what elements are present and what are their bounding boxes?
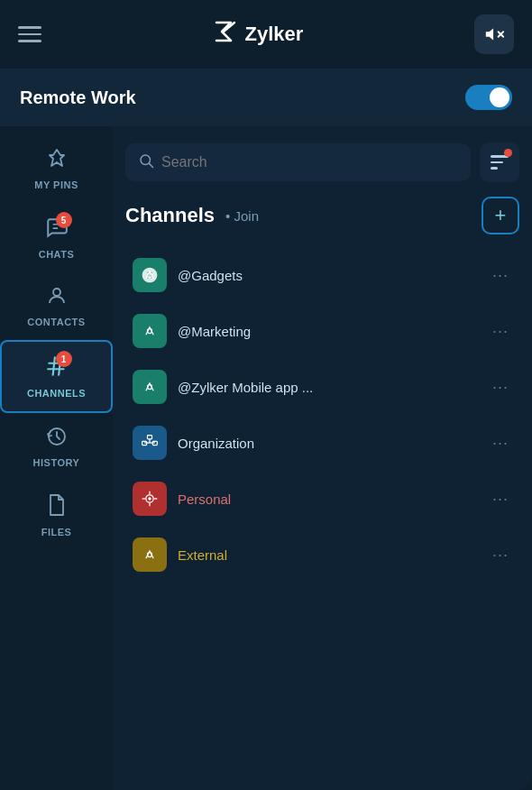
channel-avatar-organization [133,426,167,460]
channel-name-zylker-mobile: @Zylker Mobile app ... [178,380,478,395]
sidebar-item-channels[interactable]: 1 CHANNELS [0,340,113,413]
channel-name-external: External [178,547,478,563]
filter-lines-icon [491,155,509,170]
channel-name-marketing: @Marketing [178,324,478,339]
main-body: MY PINS 5 CHATS CONTACTS [0,126,532,790]
logo-icon [213,19,238,50]
sidebar-item-label-history: HISTORY [33,457,80,468]
sidebar-item-my-pins[interactable]: MY PINS [0,135,113,203]
history-icon [46,426,68,453]
sidebar-item-label-my-pins: MY PINS [34,179,78,190]
add-channel-button[interactable]: + [482,197,519,234]
channel-avatar-personal [133,482,167,516]
pin-icon [46,148,68,175]
search-row [125,142,519,182]
channel-more-external[interactable]: ··· [489,542,512,568]
channel-name-personal: Personal [178,491,478,507]
search-bar [125,143,471,181]
svg-line-5 [52,357,54,375]
channel-item-organization[interactable]: Organization ··· [125,417,519,469]
remote-work-banner: Remote Work [0,69,532,126]
join-link[interactable]: Join [225,208,259,224]
channel-more-personal[interactable]: ··· [489,486,512,512]
channel-list: @Gadgets ··· @Marketing ··· @Zylker Mobi… [125,249,519,581]
svg-rect-15 [148,436,152,439]
logo-area: Zylker [213,19,304,50]
channel-more-marketing[interactable]: ··· [489,318,512,344]
mute-button[interactable] [474,14,514,54]
channels-title-group: Channels Join [125,204,259,227]
hash-icon: 1 [45,354,69,383]
channel-item-gadgets[interactable]: @Gadgets ··· [125,249,519,301]
sidebar-item-label-contacts: CONTACTS [27,317,85,327]
toggle-thumb [490,87,509,107]
remote-work-title: Remote Work [20,87,136,108]
toggle-track [465,85,512,110]
channel-avatar-marketing [133,314,167,348]
channel-item-zylker-mobile[interactable]: @Zylker Mobile app ... ··· [125,361,519,413]
channel-item-external[interactable]: External ··· [125,528,519,581]
chats-badge: 5 [56,212,72,228]
channel-avatar-external [133,537,167,572]
channel-avatar-zylker-mobile [133,370,167,404]
channel-more-gadgets[interactable]: ··· [489,262,512,289]
channel-name-organization: Organization [178,436,478,451]
search-icon [138,152,154,172]
sidebar-item-files[interactable]: FILES [0,481,113,550]
top-header: Zylker [0,0,532,69]
filter-active-dot [504,149,512,157]
svg-point-4 [53,289,60,296]
sidebar-item-label-files: FILES [41,527,72,537]
sidebar-item-label-chats: CHATS [39,249,75,260]
content-area: Channels Join + @Gadgets ··· @Marketing [113,126,532,790]
remote-work-toggle[interactable] [465,85,512,110]
person-icon [46,285,68,312]
channel-more-zylker-mobile[interactable]: ··· [489,374,512,400]
sidebar-item-history[interactable]: HISTORY [0,413,113,481]
channel-avatar-gadgets [133,258,167,292]
channels-header: Channels Join + [125,197,519,234]
sidebar: MY PINS 5 CHATS CONTACTS [0,126,113,790]
channel-name-gadgets: @Gadgets [178,268,478,283]
svg-point-21 [148,497,151,500]
sidebar-item-chats[interactable]: 5 CHATS [0,203,113,272]
channel-item-personal[interactable]: Personal ··· [125,473,519,525]
file-icon [47,493,67,522]
channels-section-title: Channels [125,204,215,227]
channel-item-marketing[interactable]: @Marketing ··· [125,305,519,357]
logo-text: Zylker [245,23,304,46]
search-input[interactable] [161,154,458,170]
hamburger-menu[interactable] [18,26,41,42]
sidebar-item-label-channels: CHANNELS [27,388,86,399]
sidebar-item-contacts[interactable]: CONTACTS [0,272,113,340]
svg-line-11 [149,163,152,167]
mute-icon [484,24,504,44]
channels-badge: 1 [56,351,72,367]
channel-more-organization[interactable]: ··· [489,430,512,456]
chat-icon: 5 [45,216,69,244]
filter-button[interactable] [480,142,519,182]
